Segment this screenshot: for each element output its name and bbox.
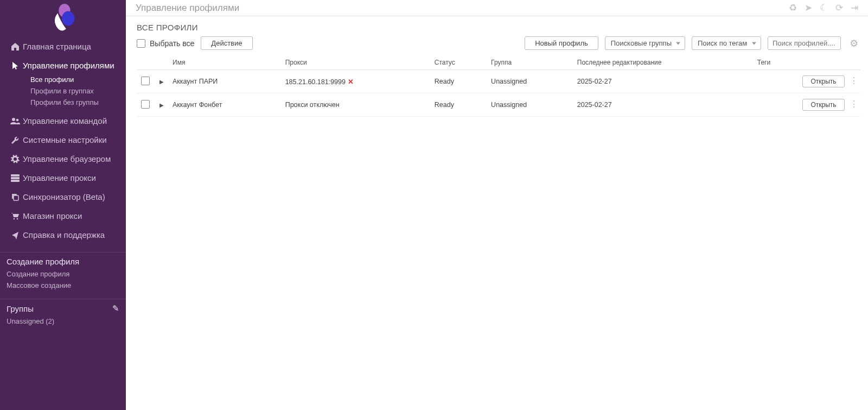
refresh-icon[interactable]: ⟳: [835, 2, 843, 14]
cell-status: Ready: [430, 70, 487, 93]
cell-tags: [753, 93, 795, 117]
new-profile-button[interactable]: Новый профиль: [525, 36, 598, 50]
th-tags[interactable]: Теги: [753, 55, 795, 70]
topbar-icons: ♻ ➤ ☾ ⟳ ⇥: [789, 2, 858, 14]
row-menu-icon[interactable]: ⋮: [846, 99, 856, 109]
gear-icon: [8, 155, 23, 163]
select-all[interactable]: Выбрать все: [137, 39, 194, 48]
nav-label: Справка и поддержка: [23, 230, 119, 239]
open-button[interactable]: Открыть: [802, 99, 844, 111]
app-logo-icon: [47, 3, 79, 34]
row-checkbox[interactable]: [141, 100, 150, 109]
sidebar-section-link[interactable]: Unassigned (2): [0, 316, 126, 327]
svg-point-9: [14, 218, 15, 219]
svg-rect-5: [11, 177, 20, 179]
nav-item-team[interactable]: Управление командой: [0, 111, 126, 130]
groups-dropdown[interactable]: Поисковые группы: [605, 36, 685, 50]
proxy-icon: [8, 174, 23, 182]
nav-item-cursor[interactable]: Управление профилями: [0, 56, 126, 75]
expand-icon[interactable]: ▶: [159, 79, 164, 85]
cell-name: Аккаунт ПАРИ: [168, 70, 281, 93]
svg-point-2: [12, 118, 15, 121]
nav-subitem[interactable]: Все профили: [30, 74, 126, 85]
theme-icon[interactable]: ☾: [820, 2, 828, 14]
tags-dropdown[interactable]: Поиск по тегам: [692, 36, 761, 50]
section-title: Группы: [7, 304, 34, 313]
nav-subitem[interactable]: Профили без группы: [30, 97, 126, 108]
logout-icon[interactable]: ⇥: [851, 2, 858, 14]
logo: [0, 0, 126, 37]
telegram-icon[interactable]: ➤: [805, 2, 812, 14]
page-title: Управление профилями: [136, 3, 789, 14]
sync-icon: [8, 193, 23, 201]
svg-point-1: [62, 11, 74, 26]
table-row: ▶Аккаунт ПАРИ185.21.60.181:9999✕ReadyUna…: [137, 70, 860, 93]
section-title: Создание профиля: [7, 257, 79, 266]
section-title: ВСЕ ПРОФИЛИ: [137, 23, 860, 32]
help-icon: [8, 231, 23, 239]
svg-rect-6: [11, 180, 20, 182]
nav-label: Управление профилями: [23, 61, 119, 70]
sidebar-section-link[interactable]: Массовое создание: [0, 280, 126, 291]
nav-item-sync[interactable]: Синхронизатор (Beta): [0, 187, 126, 206]
table-settings-icon[interactable]: ⚙: [847, 37, 860, 49]
proxy-bad-icon: ✕: [348, 78, 354, 86]
main-area: Управление профилями ♻ ➤ ☾ ⟳ ⇥ ВСЕ ПРОФИ…: [126, 0, 868, 410]
nav-label: Синхронизатор (Beta): [23, 192, 119, 201]
sidebar-section-header: Создание профиля: [0, 252, 126, 268]
sidebar-section-header: Группы✎: [0, 299, 126, 316]
table-row: ▶Аккаунт ФонбетПрокси отключенReadyUnass…: [137, 93, 860, 117]
nav-item-proxy[interactable]: Управление прокси: [0, 168, 126, 187]
recycle-icon[interactable]: ♻: [789, 2, 797, 14]
nav-label: Управление браузером: [23, 154, 119, 163]
nav-label: Главная страница: [23, 42, 119, 51]
cell-last-edit: 2025-02-27: [573, 93, 753, 117]
nav-item-home[interactable]: Главная страница: [0, 37, 126, 56]
select-all-label: Выбрать все: [150, 39, 194, 48]
content: ВСЕ ПРОФИЛИ Выбрать все Действие Новый п…: [126, 16, 868, 410]
sidebar: Главная страницаУправление профилямиВсе …: [0, 0, 126, 410]
team-icon: [8, 117, 23, 125]
search-input[interactable]: [768, 36, 841, 50]
nav-label: Управление прокси: [23, 173, 119, 182]
nav-label: Магазин прокси: [23, 211, 119, 220]
nav-item-cart[interactable]: Магазин прокси: [0, 206, 126, 225]
cell-name: Аккаунт Фонбет: [168, 93, 281, 117]
svg-point-10: [17, 218, 18, 219]
th-group[interactable]: Группа: [487, 55, 573, 70]
cursor-icon: [8, 61, 23, 70]
nav-label: Управление командой: [23, 116, 119, 125]
open-button[interactable]: Открыть: [802, 75, 844, 87]
topbar: Управление профилями ♻ ➤ ☾ ⟳ ⇥: [126, 0, 868, 16]
cell-last-edit: 2025-02-27: [573, 70, 753, 93]
select-all-checkbox[interactable]: [137, 39, 145, 48]
nav-subitem[interactable]: Профили в группах: [30, 85, 126, 97]
cell-status: Ready: [430, 93, 487, 117]
cell-group: Unassigned: [487, 70, 573, 93]
row-menu-icon[interactable]: ⋮: [846, 75, 856, 86]
cell-proxy: Прокси отключен: [281, 93, 430, 117]
home-icon: [8, 42, 23, 51]
sidebar-section-link[interactable]: Создание профиля: [0, 268, 126, 280]
svg-point-3: [16, 118, 19, 121]
expand-icon[interactable]: ▶: [159, 102, 164, 108]
th-proxy[interactable]: Прокси: [281, 55, 430, 70]
nav-label: Системные настройки: [23, 135, 119, 144]
nav-item-help[interactable]: Справка и поддержка: [0, 225, 126, 244]
cell-tags: [753, 70, 795, 93]
toolbar: Выбрать все Действие Новый профиль Поиск…: [137, 36, 860, 50]
th-name[interactable]: Имя: [168, 55, 281, 70]
wrench-icon: [8, 136, 23, 144]
cell-group: Unassigned: [487, 93, 573, 117]
action-button[interactable]: Действие: [201, 36, 252, 50]
row-checkbox[interactable]: [141, 77, 150, 85]
nav-item-wrench[interactable]: Системные настройки: [0, 130, 126, 149]
nav-item-gear[interactable]: Управление браузером: [0, 149, 126, 168]
edit-icon[interactable]: ✎: [112, 304, 119, 313]
cell-proxy: 185.21.60.181:9999✕: [281, 70, 430, 93]
th-last-edit[interactable]: Последнее редактирование: [573, 55, 753, 70]
svg-rect-4: [11, 174, 20, 176]
cart-icon: [8, 212, 23, 220]
th-status[interactable]: Статус: [430, 55, 487, 70]
svg-rect-8: [14, 195, 18, 200]
